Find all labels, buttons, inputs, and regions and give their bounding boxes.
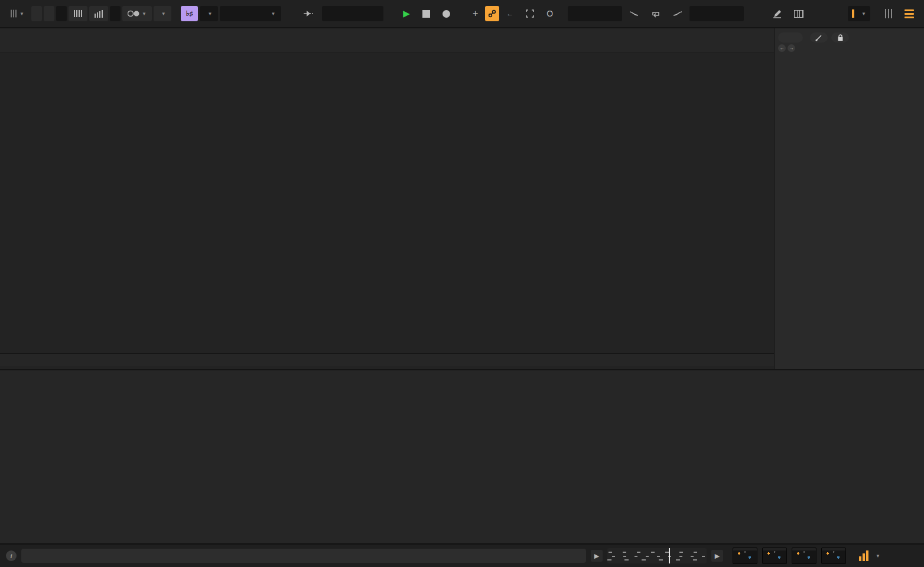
record-button[interactable]	[437, 6, 456, 21]
transport-toolbar: ▼ ▼ ▼ ♭♯ ▼ ▼ ▶ + ← O	[0, 0, 924, 28]
draw-mode-pencil-icon[interactable]	[767, 6, 787, 21]
back-to-arrangement-icon[interactable]: ←	[501, 6, 519, 21]
selected-track-play-icon[interactable]: ▶	[711, 550, 723, 562]
status-bar: i ▶ ▶ ▼	[0, 543, 924, 567]
ableton-live-window: ▼ ▼ ▼ ♭♯ ▼ ▼ ▶ + ← O	[0, 0, 924, 567]
cpu-bar-icon	[852, 9, 854, 18]
options-menu-icon[interactable]: ▼	[5, 6, 30, 21]
loop-start-field[interactable]	[568, 6, 622, 21]
meter-caret-icon[interactable]: ▼	[876, 553, 880, 559]
computer-midi-keyboard-icon[interactable]	[789, 6, 809, 21]
session-record-link-icon[interactable]	[485, 6, 499, 21]
punch-out-icon[interactable]	[668, 6, 688, 21]
scale-menu[interactable]: ▼	[220, 6, 281, 21]
performance-meter-icon[interactable]	[859, 550, 868, 561]
time-scrub-ruler[interactable]	[0, 353, 774, 366]
overdub-plus-icon[interactable]: +	[467, 6, 483, 21]
midi-map-button[interactable]	[823, 6, 834, 21]
mixer-view-icon[interactable]	[880, 6, 897, 21]
nudge-up-button[interactable]	[89, 6, 108, 21]
key-signature-toggle[interactable]: ♭♯	[181, 6, 199, 21]
session-overview-menu-icon[interactable]	[899, 6, 919, 21]
device-thumbnail[interactable]	[792, 548, 816, 564]
mixer-section	[0, 369, 924, 543]
link-button[interactable]	[31, 6, 42, 21]
loop-length-field[interactable]	[689, 6, 744, 21]
device-thumbnail[interactable]	[821, 548, 846, 564]
next-page-button[interactable]: →	[788, 44, 795, 52]
follow-playback-icon[interactable]	[298, 6, 320, 21]
arrangement-area[interactable]	[0, 28, 774, 369]
cpu-meter[interactable]: ▼	[848, 6, 870, 21]
bar-ruler[interactable]	[0, 28, 774, 53]
nudge-down-button[interactable]	[69, 6, 87, 21]
set-button[interactable]	[778, 32, 803, 43]
time-signature-field[interactable]	[110, 6, 121, 21]
arrangement-position-field[interactable]	[322, 6, 383, 21]
quantization-menu[interactable]: ▼	[154, 6, 171, 21]
status-message-area	[21, 549, 586, 563]
stop-button[interactable]	[417, 6, 435, 21]
info-icon[interactable]: i	[6, 550, 17, 561]
root-note-menu[interactable]: ▼	[200, 6, 218, 21]
sample-rate-label	[835, 6, 846, 21]
key-map-button[interactable]	[811, 6, 821, 21]
lock-envelopes-icon[interactable]	[831, 32, 849, 43]
tap-tempo-button[interactable]	[44, 6, 54, 21]
track-header-panel: ← →	[774, 28, 924, 369]
tempo-field[interactable]	[56, 6, 67, 21]
clip-preview-play-icon[interactable]: ▶	[591, 550, 603, 562]
loop-switch-icon[interactable]	[646, 6, 666, 21]
device-thumbnail[interactable]	[762, 548, 787, 564]
selection-brackets-icon[interactable]	[520, 6, 539, 21]
pencil-automation-icon[interactable]	[810, 32, 828, 43]
punch-loop-icon[interactable]: O	[541, 6, 558, 21]
play-button[interactable]: ▶	[398, 6, 415, 21]
midi-clip-preview[interactable]	[607, 548, 707, 563]
preview-cursor	[669, 548, 670, 563]
device-thumbnail[interactable]	[733, 548, 757, 564]
prev-page-button[interactable]: ←	[778, 44, 786, 52]
metronome-button[interactable]: ▼	[122, 6, 152, 21]
punch-in-icon[interactable]	[624, 6, 644, 21]
